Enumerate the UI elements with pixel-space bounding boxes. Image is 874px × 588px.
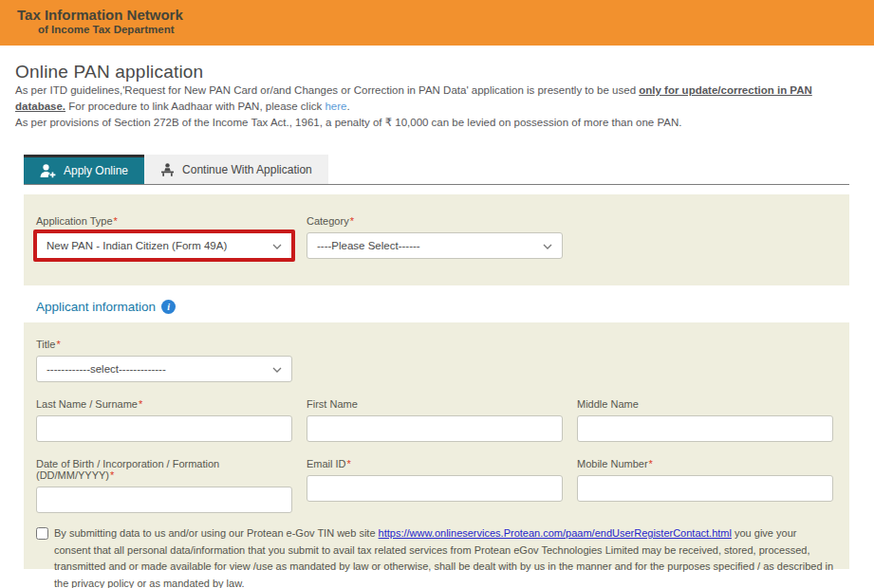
mobile-label: Mobile Number* xyxy=(577,458,833,469)
email-label: Email ID* xyxy=(307,458,563,469)
intro-text-3: . xyxy=(346,101,349,112)
tab-label: Continue With Application xyxy=(182,163,312,176)
required-asterisk: * xyxy=(139,398,142,410)
email-input[interactable] xyxy=(307,475,563,502)
person-desk-icon xyxy=(160,163,175,176)
brand-title: Tax Information Network xyxy=(17,7,874,23)
dob-field: Date of Birth / Incorporation / Formatio… xyxy=(36,458,292,513)
consent-text-before: By submitting data to us and/or using ou… xyxy=(54,527,379,539)
info-icon[interactable]: i xyxy=(161,300,176,314)
first-name-input[interactable] xyxy=(307,415,563,442)
application-type-panel: Application Type* New PAN - Indian Citiz… xyxy=(24,194,849,285)
last-name-input[interactable] xyxy=(36,415,292,442)
last-name-field: Last Name / Surname* xyxy=(36,398,292,442)
applicant-information-heading: Applicant information i xyxy=(36,300,859,314)
tab-bar: Apply Online Continue With Application xyxy=(24,155,849,185)
page-title: Online PAN application xyxy=(15,62,859,83)
label-text: Category xyxy=(307,215,349,227)
tab-label: Apply Online xyxy=(64,164,128,177)
category-field: Category* ----Please Select------ xyxy=(307,215,563,259)
select-value: ------------select------------- xyxy=(46,363,166,375)
chevron-down-icon xyxy=(272,363,282,375)
main-content: Online PAN application As per ITD guidel… xyxy=(0,62,874,569)
email-field: Email ID* xyxy=(307,458,563,513)
brand-subtitle: of Income Tax Department xyxy=(38,23,874,36)
required-asterisk: * xyxy=(114,215,118,227)
label-text: First Name xyxy=(307,398,358,410)
mobile-field: Mobile Number* xyxy=(577,458,833,513)
required-asterisk: * xyxy=(649,458,653,469)
middle-name-label: Middle Name xyxy=(577,398,833,410)
intro-paragraph-2: As per provisions of Section 272B of the… xyxy=(15,115,856,131)
first-name-field: First Name xyxy=(307,398,563,442)
application-type-select[interactable]: New PAN - Indian Citizen (Form 49A) xyxy=(33,230,295,262)
title-label: Title* xyxy=(36,339,292,350)
first-name-label: First Name xyxy=(307,398,563,410)
application-type-label: Application Type* xyxy=(36,215,292,227)
chevron-down-icon xyxy=(543,240,552,251)
label-text: Title xyxy=(36,339,55,350)
tab-continue-with-application[interactable]: Continue With Application xyxy=(144,155,328,184)
required-asterisk: * xyxy=(350,215,354,227)
mobile-input[interactable] xyxy=(577,475,833,502)
title-select[interactable]: ------------select------------- xyxy=(36,356,292,382)
chevron-down-icon xyxy=(272,240,282,251)
consent-checkbox[interactable] xyxy=(36,527,48,540)
dob-label: Date of Birth / Incorporation / Formatio… xyxy=(36,458,292,481)
applicant-information-panel: Title* ------------select------------- L… xyxy=(24,322,849,569)
title-field: Title* ------------select------------- xyxy=(36,339,292,382)
category-select[interactable]: ----Please Select------ xyxy=(307,232,563,259)
label-text: Email ID xyxy=(307,458,346,469)
here-link[interactable]: here xyxy=(325,101,346,112)
label-text: Application Type xyxy=(36,215,113,227)
intro-text-1: As per ITD guidelines,'Request for New P… xyxy=(15,84,639,96)
category-label: Category* xyxy=(307,215,563,227)
header-banner: Tax Information Network of Income Tax De… xyxy=(0,0,874,46)
intro-paragraph-1: As per ITD guidelines,'Request for New P… xyxy=(15,83,856,115)
middle-name-field: Middle Name xyxy=(577,398,833,442)
intro-text-2: For procedure to link Aadhaar with PAN, … xyxy=(65,101,325,112)
heading-text: Applicant information xyxy=(36,300,156,314)
consent-link[interactable]: https://www.onlineservices.Protean.com/p… xyxy=(379,527,732,539)
label-text: Middle Name xyxy=(577,398,639,410)
label-text: Date of Birth / Incorporation / Formatio… xyxy=(36,458,219,481)
last-name-label: Last Name / Surname* xyxy=(36,398,292,410)
application-type-field: Application Type* New PAN - Indian Citiz… xyxy=(36,215,292,259)
required-asterisk: * xyxy=(347,458,351,469)
required-asterisk: * xyxy=(110,469,114,481)
required-asterisk: * xyxy=(56,339,60,350)
consent-text: By submitting data to us and/or using ou… xyxy=(54,525,834,588)
label-text: Last Name / Surname xyxy=(36,398,138,410)
add-user-icon xyxy=(40,164,56,178)
label-text: Mobile Number xyxy=(577,458,648,469)
tab-apply-online[interactable]: Apply Online xyxy=(24,155,144,184)
consent-row: By submitting data to us and/or using ou… xyxy=(36,525,837,588)
middle-name-input[interactable] xyxy=(577,415,833,442)
select-value: New PAN - Indian Citizen (Form 49A) xyxy=(46,240,227,251)
select-value: ----Please Select------ xyxy=(317,240,420,251)
dob-input[interactable] xyxy=(36,487,292,513)
